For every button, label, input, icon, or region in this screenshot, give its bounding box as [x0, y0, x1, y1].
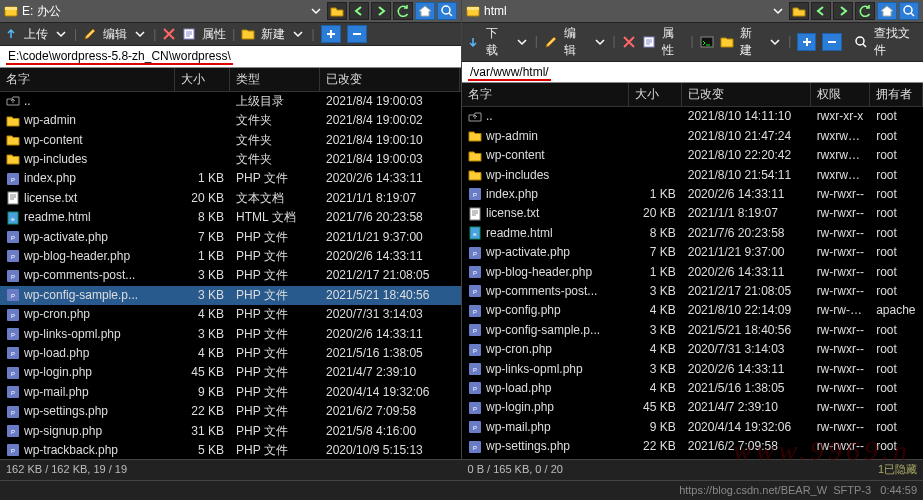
file-row[interactable]: Pwp-login.php45 KBPHP 文件2021/4/7 2:39:10	[0, 363, 461, 382]
file-row[interactable]: license.txt20 KB文本文档2021/1/1 8:19:07	[0, 189, 461, 208]
svg-text:P: P	[11, 177, 15, 183]
path-bar[interactable]: /var/www/html/	[462, 62, 923, 84]
file-name: wp-activate.php	[24, 229, 108, 246]
add[interactable]	[321, 25, 341, 43]
fwd[interactable]	[833, 2, 853, 20]
file-row[interactable]: Pwp-mail.php9 KB2020/4/14 19:32:06rw-rwx…	[462, 417, 923, 436]
open[interactable]	[327, 2, 347, 20]
search[interactable]	[437, 2, 457, 20]
file-row[interactable]: Pwp-cron.php4 KB2020/7/31 3:14:03rw-rwxr…	[462, 340, 923, 359]
file-row[interactable]: Pwp-mail.php9 KBPHP 文件2020/4/14 19:32:06	[0, 382, 461, 401]
file-row[interactable]: Pwp-trackback.php5 KBPHP 文件2020/10/9 5:1…	[0, 441, 461, 460]
column-headers[interactable]: 名字大小已改变权限拥有者	[462, 83, 923, 107]
file-list[interactable]: ..2021/8/10 14:11:10rwxr-xr-xrootwp-admi…	[462, 107, 923, 459]
file-name: wp-mail.php	[24, 384, 89, 401]
file-row[interactable]: Pwp-blog-header.php1 KBPHP 文件2020/2/6 14…	[0, 247, 461, 266]
props-button[interactable]: 属性	[662, 25, 685, 59]
download-button[interactable]: 下载	[486, 25, 509, 59]
file-name: wp-load.php	[24, 345, 89, 362]
file-name: wp-settings.php	[486, 438, 570, 455]
svg-text:P: P	[11, 313, 15, 319]
file-row[interactable]: Pwp-cron.php4 KBPHP 文件2020/7/31 3:14:03	[0, 305, 461, 324]
svg-rect-6	[8, 192, 18, 204]
file-row[interactable]: Pwp-config-sample.p...3 KB2021/5/21 18:4…	[462, 320, 923, 339]
search-button[interactable]: 查找文件	[874, 25, 919, 59]
file-row[interactable]: Pindex.php1 KBPHP 文件2020/2/6 14:33:11	[0, 169, 461, 188]
file-name: readme.html	[24, 209, 91, 226]
remove[interactable]	[347, 25, 367, 43]
drive-dropdown[interactable]: html	[462, 0, 923, 22]
file-row[interactable]: Pindex.php1 KB2020/2/6 14:33:11rw-rwxr--…	[462, 185, 923, 204]
file-row[interactable]: Pwp-blog-header.php1 KB2020/2/6 14:33:11…	[462, 262, 923, 281]
file-row[interactable]: Pwp-links-opml.php3 KBPHP 文件2020/2/6 14:…	[0, 324, 461, 343]
search[interactable]	[899, 2, 919, 20]
new-button[interactable]: 新建	[740, 25, 763, 59]
svg-text:P: P	[11, 429, 15, 435]
home[interactable]	[415, 2, 435, 20]
file-name: wp-links-opml.php	[24, 326, 121, 343]
refresh[interactable]	[855, 2, 875, 20]
file-row[interactable]: wp-includes2021/8/10 21:54:11rwxrwxr-xro…	[462, 165, 923, 184]
footer: https://blog.csdn.net/BEAR_W SFTP-3 0:44…	[0, 480, 923, 500]
file-row[interactable]: Pwp-comments-post...3 KBPHP 文件2021/2/17 …	[0, 266, 461, 285]
file-row[interactable]: ..上级目录2021/8/4 19:00:03	[0, 92, 461, 111]
fwd[interactable]	[371, 2, 391, 20]
status-left: 162 KB / 162 KB, 19 / 19	[0, 460, 462, 479]
edit-button[interactable]: 编辑	[564, 25, 587, 59]
file-row[interactable]: license.txt20 KB2021/1/1 8:19:07rw-rwxr-…	[462, 204, 923, 223]
file-row[interactable]: wp-admin2021/8/10 21:47:24rwxrwxr-xroot	[462, 127, 923, 146]
svg-text:P: P	[473, 367, 477, 373]
svg-text:P: P	[473, 328, 477, 334]
remove[interactable]	[822, 33, 841, 51]
file-name: wp-config.php	[486, 302, 561, 319]
file-row[interactable]: Pwp-config-sample.p...3 KBPHP 文件2021/5/2…	[0, 286, 461, 305]
file-name: wp-config-sample.p...	[486, 322, 600, 339]
svg-text:P: P	[11, 351, 15, 357]
drive-dropdown[interactable]: E: 办公	[0, 0, 461, 22]
svg-text:P: P	[473, 251, 477, 257]
back[interactable]	[349, 2, 369, 20]
svg-text:P: P	[473, 406, 477, 412]
open[interactable]	[789, 2, 809, 20]
upload-button[interactable]: 上传	[24, 26, 48, 43]
home[interactable]	[877, 2, 897, 20]
file-row[interactable]: ereadme.html8 KBHTML 文档2021/7/6 20:23:58	[0, 208, 461, 227]
path-bar[interactable]: E:\code\wordpress-5.8-zh_CN\wordpress\	[0, 46, 461, 68]
file-name: index.php	[486, 186, 538, 203]
svg-text:P: P	[473, 348, 477, 354]
svg-text:P: P	[11, 371, 15, 377]
statusbar: 162 KB / 162 KB, 19 / 19 0 B / 165 KB, 0…	[0, 459, 923, 479]
svg-point-2	[442, 6, 450, 14]
file-row[interactable]: Pwp-activate.php7 KB2021/1/21 9:37:00rw-…	[462, 243, 923, 262]
file-row[interactable]: Pwp-signup.php31 KBPHP 文件2021/5/8 4:16:0…	[0, 421, 461, 440]
file-row[interactable]: wp-content2021/8/10 22:20:42rwxrwxr-xroo…	[462, 146, 923, 165]
file-row[interactable]: Pwp-login.php45 KB2021/4/7 2:39:10rw-rwx…	[462, 398, 923, 417]
new-button[interactable]: 新建	[261, 26, 285, 43]
right-pane: html 下载|编辑|属性|新建|查找文件 /var/www/html/ 名字大…	[462, 0, 923, 459]
file-row[interactable]: ereadme.html8 KB2021/7/6 20:23:58rw-rwxr…	[462, 224, 923, 243]
file-row[interactable]: wp-content文件夹2021/8/4 19:00:10	[0, 130, 461, 149]
file-row[interactable]: Pwp-config.php4 KB2021/8/10 22:14:09rw-r…	[462, 301, 923, 320]
refresh[interactable]	[393, 2, 413, 20]
column-headers[interactable]: 名字大小类型已改变	[0, 68, 461, 92]
svg-text:P: P	[11, 274, 15, 280]
file-row[interactable]: Pwp-load.php4 KB2021/5/16 1:38:05rw-rwxr…	[462, 379, 923, 398]
file-name: wp-cron.php	[486, 341, 552, 358]
file-row[interactable]: ..2021/8/10 14:11:10rwxr-xr-xroot	[462, 107, 923, 126]
file-name: wp-load.php	[486, 380, 551, 397]
file-row[interactable]: wp-includes文件夹2021/8/4 19:00:03	[0, 150, 461, 169]
file-row[interactable]: Pwp-settings.php22 KBPHP 文件2021/6/2 7:09…	[0, 402, 461, 421]
file-list[interactable]: ..上级目录2021/8/4 19:00:03wp-admin文件夹2021/8…	[0, 92, 461, 460]
file-row[interactable]: wp-admin文件夹2021/8/4 19:00:02	[0, 111, 461, 130]
edit-button[interactable]: 编辑	[103, 26, 127, 43]
file-row[interactable]: Pwp-settings.php22 KB2021/6/2 7:09:58rw-…	[462, 437, 923, 456]
back[interactable]	[811, 2, 831, 20]
file-row[interactable]: Pwp-activate.php7 KBPHP 文件2021/1/21 9:37…	[0, 227, 461, 246]
props-button[interactable]: 属性	[202, 26, 226, 43]
add[interactable]	[797, 33, 816, 51]
file-row[interactable]: Pwp-links-opml.php3 KB2020/2/6 14:33:11r…	[462, 359, 923, 378]
file-row[interactable]: Pwp-load.php4 KBPHP 文件2021/5/16 1:38:05	[0, 344, 461, 363]
file-row[interactable]: Pwp-comments-post...3 KB2021/2/17 21:08:…	[462, 282, 923, 301]
svg-rect-43	[470, 208, 480, 220]
svg-text:P: P	[473, 309, 477, 315]
